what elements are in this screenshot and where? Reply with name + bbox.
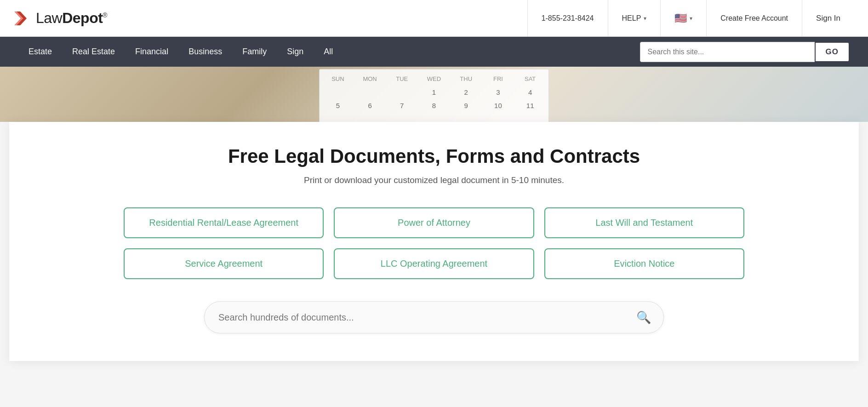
top-header: LawDepot® 1-855-231-8424 HELP ▾ 🇺🇸 ▾ Cre… bbox=[0, 0, 868, 37]
logo[interactable]: LawDepot® bbox=[14, 10, 107, 27]
doc-button-eviction[interactable]: Eviction Notice bbox=[544, 248, 744, 279]
logo-icon bbox=[14, 11, 31, 26]
header-right: 1-855-231-8424 HELP ▾ 🇺🇸 ▾ Create Free A… bbox=[527, 0, 854, 37]
doc-button-llc[interactable]: LLC Operating Agreement bbox=[334, 248, 534, 279]
main-search-area: 🔍 bbox=[204, 301, 664, 333]
help-menu[interactable]: HELP ▾ bbox=[608, 0, 661, 37]
main-search-input[interactable] bbox=[204, 301, 664, 333]
language-chevron-icon: ▾ bbox=[690, 15, 692, 22]
language-selector[interactable]: 🇺🇸 ▾ bbox=[660, 0, 706, 37]
doc-button-poa[interactable]: Power of Attorney bbox=[334, 207, 534, 238]
logo-text: LawDepot® bbox=[36, 10, 107, 27]
doc-buttons-row-1: Service AgreementLLC Operating Agreement… bbox=[124, 248, 744, 279]
nav-link-business[interactable]: Business bbox=[178, 37, 232, 67]
nav-link-sign[interactable]: Sign bbox=[277, 37, 314, 67]
help-chevron-icon: ▾ bbox=[644, 15, 646, 22]
nav-links: EstateReal EstateFinancialBusinessFamily… bbox=[18, 37, 640, 67]
nav-search-area: GO bbox=[640, 42, 850, 62]
nav-link-financial[interactable]: Financial bbox=[125, 37, 178, 67]
nav-link-real-estate[interactable]: Real Estate bbox=[62, 37, 125, 67]
doc-button-service[interactable]: Service Agreement bbox=[124, 248, 324, 279]
create-account-button[interactable]: Create Free Account bbox=[706, 0, 802, 37]
nav-link-family[interactable]: Family bbox=[232, 37, 277, 67]
main-nav: EstateReal EstateFinancialBusinessFamily… bbox=[0, 37, 868, 67]
hero-calendar: SUNMONTUEWEDTHUFRISAT1234567891011 bbox=[319, 69, 549, 122]
main-content: Free Legal Documents, Forms and Contract… bbox=[9, 122, 859, 361]
nav-search-input[interactable] bbox=[640, 42, 815, 62]
sign-in-button[interactable]: Sign In bbox=[802, 0, 854, 37]
main-title: Free Legal Documents, Forms and Contract… bbox=[37, 145, 831, 168]
nav-link-all[interactable]: All bbox=[314, 37, 343, 67]
doc-button-rental[interactable]: Residential Rental/Lease Agreement bbox=[124, 207, 324, 238]
doc-buttons-row-0: Residential Rental/Lease AgreementPower … bbox=[124, 207, 744, 238]
nav-search-button[interactable]: GO bbox=[815, 42, 850, 62]
doc-buttons-grid: Residential Rental/Lease AgreementPower … bbox=[124, 207, 744, 279]
flag-icon: 🇺🇸 bbox=[674, 12, 687, 24]
nav-link-estate[interactable]: Estate bbox=[18, 37, 62, 67]
hero-image: SUNMONTUEWEDTHUFRISAT1234567891011 bbox=[0, 67, 868, 122]
phone-number[interactable]: 1-855-231-8424 bbox=[527, 0, 608, 37]
doc-button-will[interactable]: Last Will and Testament bbox=[544, 207, 744, 238]
main-subtitle: Print or download your customized legal … bbox=[37, 175, 831, 185]
